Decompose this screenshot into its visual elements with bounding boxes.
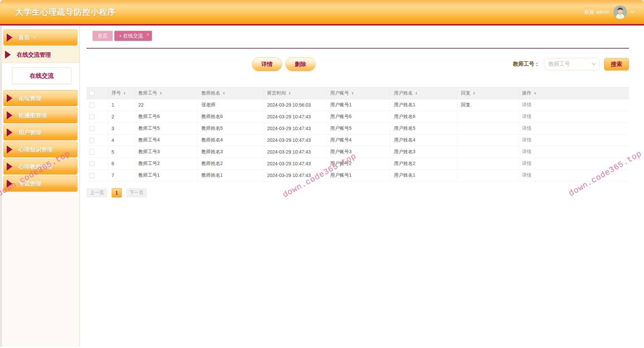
sidebar-item-label: 心理知识管理 <box>18 146 53 154</box>
select-all-checkbox[interactable] <box>89 91 94 96</box>
sort-icon[interactable]: ▲▼ <box>288 92 291 95</box>
cell-teacher-id: 教师工号5 <box>134 123 197 134</box>
col-teacher-name: 教师姓名▲▼ <box>197 88 263 99</box>
avatar-illustration <box>613 5 627 19</box>
cell-index: 4 <box>107 134 134 146</box>
sidebar-item-carousel-management[interactable]: 轮播图管理 <box>3 107 77 123</box>
cell-user-name: 用户姓名1 <box>390 99 457 111</box>
cell-reply <box>457 146 518 158</box>
cell-user-name: 用户姓名6 <box>390 111 457 123</box>
cell-index: 3 <box>107 123 134 134</box>
sidebar-subitem-online-chat[interactable]: 在线交流 <box>12 67 71 84</box>
col-action: 操作▲▼ <box>518 88 629 99</box>
sort-icon[interactable]: ▲▼ <box>534 92 537 95</box>
row-detail-link[interactable]: 详情 <box>522 137 532 142</box>
teacher-id-select[interactable]: 教师工号 <box>544 58 600 70</box>
arrow-right-icon <box>7 128 12 136</box>
cell-user-name: 用户姓名5 <box>390 123 457 134</box>
sidebar-item-label: 用户管理 <box>18 129 41 136</box>
table-row: 7 教师工号1 教师姓名1 2024-03-29 10:47:43 用户账号1 … <box>87 170 629 181</box>
sort-icon[interactable]: ▲▼ <box>223 92 225 95</box>
sidebar-item-label: 心理教师管理 <box>18 163 53 171</box>
sort-icon[interactable]: ▲▼ <box>160 92 162 95</box>
cell-teacher-id: 教师工号3 <box>134 146 197 158</box>
tab-home[interactable]: 首页 <box>93 31 113 41</box>
cell-index: 2 <box>107 111 134 123</box>
arrow-right-icon <box>7 111 12 119</box>
column-label: 教师姓名 <box>202 90 220 96</box>
table-row: 1 22 张老师 2024-03-29 10:56:03 用户账号1 用户姓名1… <box>87 99 629 111</box>
detail-button[interactable]: 详情 <box>252 57 282 71</box>
col-message-time: 留言时间▲▼ <box>263 88 326 99</box>
row-detail-link[interactable]: 详情 <box>522 125 532 131</box>
sort-icon[interactable]: ▲▼ <box>352 92 354 95</box>
cell-teacher-id: 教师工号4 <box>134 134 197 146</box>
sort-icon[interactable]: ▲▼ <box>473 92 476 95</box>
select-all-header <box>87 88 107 99</box>
row-checkbox[interactable] <box>89 150 94 155</box>
cell-teacher-id: 教师工号6 <box>134 111 197 123</box>
arrow-right-icon <box>7 146 12 154</box>
col-teacher-id: 教师工号▲▼ <box>134 88 197 99</box>
cell-reply <box>457 170 518 181</box>
table-row: 2 教师工号6 教师姓名6 2024-03-29 10:47:43 用户账号6 … <box>87 111 629 123</box>
row-checkbox[interactable] <box>89 103 94 108</box>
row-checkbox[interactable] <box>89 114 94 119</box>
cell-index: 5 <box>107 146 134 158</box>
close-icon[interactable]: × <box>146 32 149 37</box>
next-page-button[interactable]: 下一页 <box>126 188 147 197</box>
column-label: 回复 <box>461 90 471 96</box>
table-header-row: 序号▲▼ 教师工号▲▼ 教师姓名▲▼ 留言时间▲▼ 用户账号▲▼ 用户姓名▲▼ … <box>87 88 629 99</box>
search-button[interactable]: 搜索 <box>604 58 629 70</box>
app-header: 大学生心理疏导防控小程序 欢迎 admin <box>0 0 644 25</box>
delete-button[interactable]: 删除 <box>285 57 316 71</box>
sidebar-item-home[interactable]: 首页 <box>3 30 77 46</box>
user-menu[interactable]: 欢迎 admin <box>584 5 634 19</box>
cell-teacher-id: 教师工号2 <box>134 158 197 170</box>
sidebar-item-forum-management[interactable]: 论坛管理 <box>3 90 77 106</box>
sidebar-item-psych-teacher-management[interactable]: 心理教师管理 <box>3 159 77 175</box>
cell-reply <box>457 158 518 170</box>
page-body: 首页 在线交流管理 在线交流 论坛管理 轮播图管理 <box>0 25 644 347</box>
sidebar-item-user-management[interactable]: 用户管理 <box>3 124 77 140</box>
sidebar-item-exam-management[interactable]: 考试管理 <box>3 176 77 192</box>
col-reply: 回复▲▼ <box>457 88 518 99</box>
column-label: 序号 <box>112 90 121 96</box>
chevron-down-icon[interactable] <box>630 9 635 13</box>
row-detail-link[interactable]: 详情 <box>522 172 532 178</box>
sort-icon[interactable]: ▲▼ <box>123 92 126 95</box>
row-detail-link[interactable]: 详情 <box>522 114 532 119</box>
page-title: 大学生心理疏导防控小程序 <box>15 7 116 17</box>
app-window: 大学生心理疏导防控小程序 欢迎 admin 首页 <box>0 0 644 348</box>
prev-page-button[interactable]: 上一页 <box>87 188 107 197</box>
table-row: 5 教师工号3 教师姓名3 2024-03-29 10:47:43 用户账号3 … <box>87 146 629 158</box>
sidebar-item-psych-knowledge-management[interactable]: 心理知识管理 <box>3 141 77 158</box>
cell-reply <box>457 123 518 134</box>
sort-icon[interactable]: ▲▼ <box>415 92 418 95</box>
avatar[interactable] <box>613 5 627 19</box>
cell-teacher-name: 教师姓名2 <box>197 158 263 170</box>
column-label: 用户账号 <box>330 90 349 96</box>
arrow-right-icon <box>7 34 12 42</box>
divider <box>87 48 629 49</box>
row-checkbox[interactable] <box>89 161 94 166</box>
tab-bar: 首页 ● 在线交流 × <box>93 31 629 41</box>
page-1-button[interactable]: 1 <box>112 188 122 197</box>
tab-label: 在线交流 <box>123 33 143 39</box>
cell-reply <box>457 134 518 146</box>
table-row: 6 教师工号2 教师姓名2 2024-03-29 10:47:43 用户账号2 … <box>87 158 629 170</box>
column-label: 操作 <box>522 90 532 96</box>
column-label: 留言时间 <box>267 90 286 96</box>
row-detail-link[interactable]: 详情 <box>522 149 532 154</box>
row-detail-link[interactable]: 详情 <box>522 102 532 107</box>
row-checkbox[interactable] <box>89 173 94 178</box>
tab-online-chat[interactable]: ● 在线交流 × <box>114 31 152 41</box>
row-checkbox[interactable] <box>89 138 94 143</box>
sidebar: 首页 在线交流管理 在线交流 论坛管理 轮播图管理 <box>0 25 80 347</box>
row-detail-link[interactable]: 详情 <box>522 161 532 166</box>
chevron-down-icon <box>592 61 596 65</box>
row-checkbox[interactable] <box>89 126 94 131</box>
sidebar-item-online-chat-management[interactable]: 在线交流管理 <box>2 47 79 63</box>
cell-user-account: 用户账号2 <box>326 158 390 170</box>
table-row: 3 教师工号5 教师姓名5 2024-03-29 10:47:43 用户账号5 … <box>87 123 629 134</box>
